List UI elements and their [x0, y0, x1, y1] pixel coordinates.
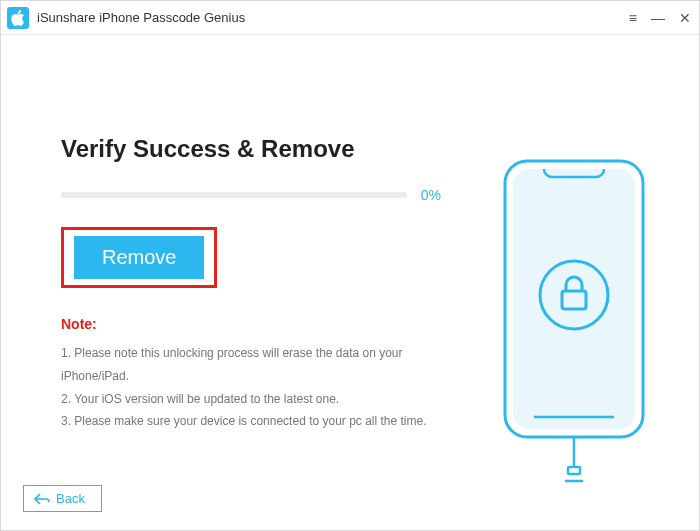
back-button[interactable]: Back: [23, 485, 102, 512]
back-arrow-icon: [34, 493, 50, 505]
remove-button[interactable]: Remove: [74, 236, 204, 279]
svg-rect-6: [568, 467, 580, 474]
close-icon[interactable]: ✕: [679, 11, 691, 25]
menu-icon[interactable]: ≡: [629, 11, 637, 25]
app-logo-icon: [7, 7, 29, 29]
progress-bar: [61, 192, 407, 198]
note-item: 3. Please make sure your device is conne…: [61, 410, 441, 433]
main-content: Verify Success & Remove 0% Remove Note: …: [1, 35, 699, 530]
note-item: 1. Please note this unlocking process wi…: [61, 342, 441, 388]
note-list: 1. Please note this unlocking process wi…: [61, 342, 441, 433]
svg-rect-1: [513, 169, 635, 429]
progress-percent: 0%: [421, 187, 441, 203]
back-label: Back: [56, 491, 85, 506]
minimize-icon[interactable]: —: [651, 11, 665, 25]
phone-lock-icon: [499, 155, 649, 495]
titlebar: iSunshare iPhone Passcode Genius ≡ — ✕: [1, 1, 699, 35]
note-item: 2. Your iOS version will be updated to t…: [61, 388, 441, 411]
progress-row: 0%: [61, 187, 441, 203]
app-title: iSunshare iPhone Passcode Genius: [37, 10, 245, 25]
remove-highlight: Remove: [61, 227, 217, 288]
